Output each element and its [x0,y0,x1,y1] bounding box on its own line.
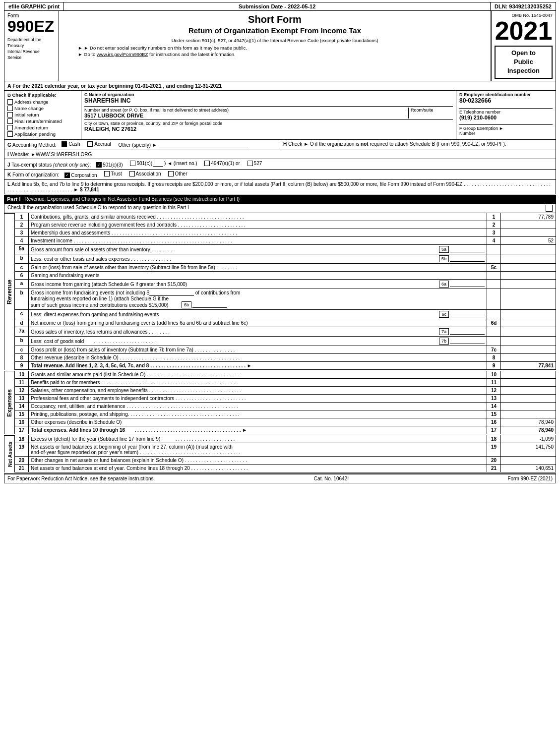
org-name-label: C Name of organization [84,92,453,97]
address-label: Number and street (or P. O. box, if mail… [84,108,408,113]
line-1-ref: 1 [487,213,501,221]
cb-final-return[interactable]: Final return/terminated [7,118,78,124]
section-b-cell: B Check if applicable: Address change Na… [4,91,81,139]
form-number-cell: Form 990EZ Department of the TreasuryInt… [4,11,59,81]
graphic-print-cell: efile GRAPHIC print [4,2,64,10]
dln-label: DLN: 93492132035252 [495,3,552,9]
ein-phone-cell: D Employer identification number 80-0232… [456,91,556,139]
line-2-row: 2 Program service revenue including gove… [15,221,556,229]
form-title-cell: Short Form Return of Organization Exempt… [59,11,491,81]
cb-initial-return[interactable]: Initial return [7,112,78,117]
line-3-row: 3 Membership dues and assessments . . . … [15,229,556,237]
line-20-row: 20 Other changes in net assets or fund b… [15,457,556,465]
form-990ez: 990EZ [7,18,56,34]
room-suite-value [411,113,453,118]
line-1-desc: Contributions, gifts, grants, and simila… [29,213,487,221]
line-18-row: 18 Excess or (deficit) for the year (Sub… [15,435,556,443]
address-value: 3517 LUBBOCK DRIVE [84,113,408,118]
section-a-label: A [7,83,12,89]
section-i-row: I Website: ►WWW.SHAREFISH.ORG [4,150,556,159]
line-7c-row: c Gross profit or (loss) from sales of i… [15,346,556,354]
section-k-row: K Form of organization: ✓ Corporation Tr… [4,170,556,180]
paperwork-text: For Paperwork Reduction Act Notice, see … [7,476,155,481]
part1-header: Part I Revenue, Expenses, and Changes in… [4,195,556,204]
527-checkbox[interactable] [248,161,253,166]
open-public-box: Open toPublicInspection [495,46,553,79]
line-15-row: 15 Printing, publications, postage, and … [15,410,556,418]
line-19-row: 19 Net assets or fund balances at beginn… [15,443,556,457]
cb-application-pending[interactable]: Application pending [7,131,78,137]
part1-label: Part I [7,196,21,202]
501c-checkbox[interactable] [130,161,135,166]
dept-info: Department of the TreasuryInternal Reven… [7,37,56,61]
4947-checkbox[interactable] [204,161,210,166]
section-a-row: A For the 2021 calendar year, or tax yea… [4,81,556,91]
line-11-row: 11 Benefits paid to or for members . . .… [15,379,556,387]
trust-checkbox[interactable] [104,171,110,176]
net-assets-side-label: Net Assets [4,435,15,472]
submission-date-label: Submission Date - 2022-05-12 [239,3,315,9]
line-6a-row: a Gross income from gaming (attach Sched… [15,280,556,289]
ein-label: D Employer identification number [459,92,553,97]
corporation-checkbox[interactable]: ✓ [64,173,70,178]
graphic-print-label: efile GRAPHIC print [8,3,60,9]
line-4-row: 4 Investment income . . . . . . . . . . … [15,237,556,245]
line-17-row: 17 Total expenses. Add lines 10 through … [15,426,556,434]
501c3-checkbox[interactable]: ✓ [96,162,102,168]
footer-bar: For Paperwork Reduction Act Notice, see … [4,473,556,483]
cat-no: Cat. No. 10642I [314,476,349,481]
line-7a-row: 7a Gross sales of inventory, less return… [15,327,556,337]
part1-check-row: Check if the organization used Schedule … [4,204,556,213]
org-name: SHAREFISH INC [84,97,453,104]
line-5c-row: c Gain or (loss) from sale of assets oth… [15,264,556,272]
room-suite-label: Room/suite [411,108,453,113]
line-6d-row: d Net income or (loss) from gaming and f… [15,319,556,327]
form-ref: Form 990-EZ (2021) [507,476,553,481]
line-6-row: 6 Gaming and fundraising events [15,272,556,280]
short-form-title: Short Form [63,14,487,25]
association-checkbox[interactable] [129,171,135,176]
instruction2: ► Go to www.irs.gov/Form990EZ for instru… [63,52,487,57]
cb-name-change[interactable]: Name change [7,106,78,111]
line-5b-row: b Less: cost or other basis and sales ex… [15,254,556,264]
line-1-num: 1 [15,213,29,221]
line-12-row: 12 Salaries, other compensation, and emp… [15,387,556,395]
cash-checkbox[interactable] [62,141,67,147]
line-1-value: 77,789 [501,213,556,221]
expenses-side-label: Expenses [4,371,15,434]
line-5a-row: 5a Gross amount from sale of assets othe… [15,245,556,254]
section-h-cell: H Check ► O if the organization is not r… [280,140,556,150]
section-a-text: For the 2021 calendar year, or tax year … [12,83,222,89]
part1-title: Revenue, Expenses, and Changes in Net As… [25,196,240,202]
year-omb-cell: OMB No. 1545-0047 2021 Open toPublicInsp… [491,11,556,81]
group-exemption: F Group ExemptionNumber ► [459,124,553,136]
cb-address-change[interactable]: Address change [7,99,78,105]
submission-date-cell: Submission Date - 2022-05-12 [64,2,491,10]
other-checkbox[interactable] [168,171,174,176]
dln-cell: DLN: 93492132035252 [491,2,556,10]
line-7b-row: b Less: cost of goods sold . . . . . . .… [15,337,556,346]
section-l-row: L Add lines 5b, 6c, and 7b to line 9 to … [4,180,556,194]
line-1-row: 1 Contributions, gifts, grants, and simi… [15,213,556,221]
ein-value: 80-0232666 [459,97,553,104]
city-label: City or town, state or province, country… [84,121,453,126]
line-9-row: 9 Total revenue. Add lines 1, 2, 3, 4, 5… [15,362,556,370]
line-6b-row: b Gross income from fundraising events (… [15,289,556,310]
cb-amended-return[interactable]: Amended return [7,125,78,130]
instruction1: ► ► Do not enter social security numbers… [63,45,487,51]
accrual-checkbox[interactable] [87,141,93,147]
revenue-side-label: Revenue [4,213,15,370]
part1-check-box[interactable] [546,205,553,212]
year-display: 2021 [495,18,553,44]
return-title: Return of Organization Exempt From Incom… [63,26,487,35]
section-j-row: J Tax-exempt status (check only one): ✓ … [4,159,556,170]
subtitle: Under section 501(c), 527, or 4947(a)(1)… [63,38,487,43]
phone-value: (919) 210-0600 [459,115,553,120]
city-value: RALEIGH, NC 27612 [84,126,453,132]
line-21-row: 21 Net assets or fund balances at end of… [15,465,556,472]
line-8-row: 8 Other revenue (describe in Schedule O)… [15,354,556,362]
website-value: WWW.SHAREFISH.ORG [36,152,92,157]
line-13-row: 13 Professional fees and other payments … [15,395,556,403]
phone-label: E Telephone number [459,108,553,115]
org-info-cell: C Name of organization SHAREFISH INC Num… [81,91,456,139]
